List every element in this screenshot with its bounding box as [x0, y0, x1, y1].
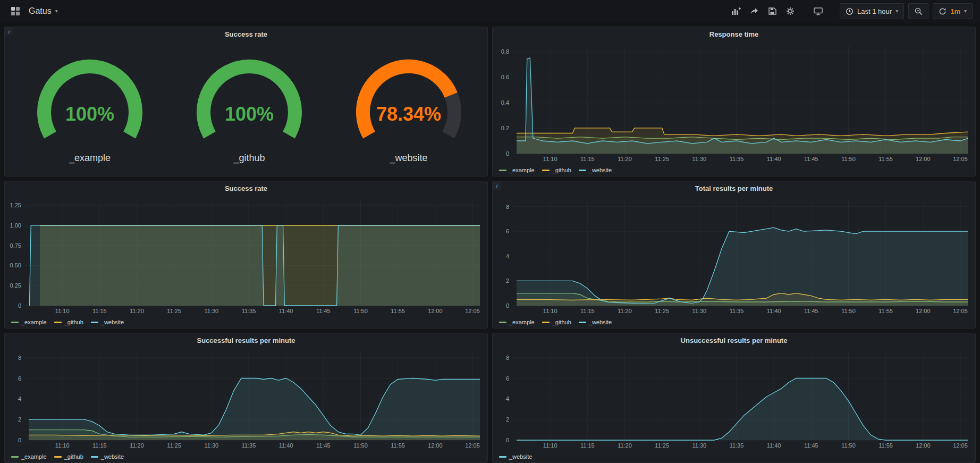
y-tick-label: 2	[18, 416, 21, 423]
refresh-interval-label: 1m	[950, 7, 960, 15]
y-tick-label: 6	[18, 375, 21, 382]
refresh-picker[interactable]: 1m ▾	[933, 3, 973, 19]
gauge-arc: 100%	[170, 55, 329, 151]
y-tick-label: 4	[506, 253, 509, 259]
x-tick-label: 11:30	[204, 442, 218, 449]
chart-canvas[interactable]: 0246811:1011:1511:2011:2511:3011:3511:40…	[5, 348, 487, 451]
gear-icon[interactable]	[782, 3, 798, 19]
panel-info-icon[interactable]: i	[5, 27, 13, 36]
x-tick-label: 11:50	[353, 308, 368, 314]
legend-item-website[interactable]: _website	[579, 167, 612, 173]
time-range-label: Last 1 hour	[857, 7, 892, 15]
legend-swatch	[11, 456, 19, 458]
chart-canvas[interactable]: 0246811:1011:1511:2011:2511:3011:3511:40…	[493, 348, 975, 451]
unsuccessful-results-chart[interactable]: 0246811:1011:1511:2011:2511:3011:3511:40…	[493, 348, 975, 451]
gauge-example: 100% _example	[10, 55, 170, 164]
x-tick-label: 11:35	[730, 308, 744, 314]
gauge-website: 78.34% _website	[329, 55, 488, 164]
response-time-chart[interactable]: 00.20.40.60.811:1011:1511:2011:2511:3011…	[493, 42, 975, 164]
panel-title[interactable]: Total results per minute	[493, 181, 975, 196]
legend-label: _github	[64, 319, 83, 325]
panel-title[interactable]: Response time	[493, 27, 975, 42]
legend-swatch	[542, 170, 550, 171]
legend-item-website[interactable]: _website	[91, 453, 124, 460]
panel-title[interactable]: Successful results per minute	[5, 333, 487, 348]
legend-label: _website	[589, 167, 612, 173]
x-tick-label: 11:40	[279, 442, 293, 449]
legend-item-example[interactable]: _example	[11, 453, 47, 460]
save-icon[interactable]	[764, 3, 780, 19]
share-icon[interactable]	[746, 3, 762, 19]
tv-mode-icon[interactable]	[810, 3, 826, 19]
total-results-chart[interactable]: 0246811:1011:1511:2011:2511:3011:3511:40…	[493, 196, 975, 316]
x-tick-label: 11:50	[841, 308, 856, 314]
legend-label: _website	[509, 453, 532, 460]
x-tick-label: 11:45	[316, 308, 331, 314]
zoom-out-button[interactable]	[908, 3, 928, 19]
legend-swatch	[54, 456, 62, 458]
legend-item-github[interactable]: _github	[54, 319, 83, 325]
successful-results-chart[interactable]: 0246811:1011:1511:2011:2511:3011:3511:40…	[5, 348, 487, 451]
x-tick-label: 11:25	[655, 308, 669, 314]
clock-icon	[846, 7, 854, 15]
legend-item-website[interactable]: _website	[499, 453, 532, 460]
success-rate-chart[interactable]: 00.250.500.751.001.2511:1011:1511:2011:2…	[5, 196, 487, 316]
legend-swatch	[499, 322, 506, 323]
caret-down-icon: ▾	[964, 9, 967, 14]
panel-title[interactable]: Success rate	[5, 27, 487, 42]
x-tick-label: 11:50	[841, 442, 856, 449]
x-tick-label: 11:30	[692, 442, 706, 449]
x-tick-label: 11:10	[55, 308, 70, 314]
y-tick-label: 0	[506, 302, 509, 309]
legend-item-example[interactable]: _example	[499, 167, 535, 173]
y-tick-label: 0	[18, 302, 21, 309]
chart-legend: _example_github_website	[493, 164, 975, 176]
add-panel-icon[interactable]	[728, 3, 744, 19]
y-tick-label: 2	[506, 416, 509, 423]
chart-canvas[interactable]: 0246811:1011:1511:2011:2511:3011:3511:40…	[493, 196, 975, 316]
gauge-svg: 100%	[10, 55, 170, 149]
gauge-arc: 78.34%	[329, 55, 488, 151]
legend-label: _example	[21, 319, 47, 325]
panel-info-icon[interactable]: i	[493, 181, 501, 190]
y-tick-label: 8	[18, 355, 21, 361]
legend-label: _website	[589, 319, 612, 325]
x-tick-label: 11:10	[55, 442, 70, 449]
y-tick-label: 1.00	[10, 222, 21, 229]
dashboard-title-text: Gatus	[29, 6, 52, 16]
time-range-picker[interactable]: Last 1 hour ▾	[840, 3, 904, 19]
x-tick-label: 12:05	[953, 442, 968, 449]
legend-item-github[interactable]: _github	[542, 319, 571, 325]
panel-title[interactable]: Success rate	[5, 181, 487, 196]
chart-canvas[interactable]: 00.250.500.751.001.2511:1011:1511:2011:2…	[5, 196, 487, 316]
y-tick-label: 0.2	[501, 125, 509, 131]
legend-swatch	[11, 322, 19, 323]
panel-title[interactable]: Unsuccessful results per minute	[493, 333, 975, 348]
gauge-value: 78.34%	[376, 103, 441, 125]
panel-total-results: i Total results per minute 0246811:1011:…	[492, 181, 976, 329]
legend-item-website[interactable]: _website	[579, 319, 612, 325]
gauge-arc: 100%	[10, 55, 170, 151]
series-fill-_website	[29, 225, 480, 306]
gauge-label: _website	[390, 153, 427, 164]
legend-swatch	[91, 322, 98, 323]
dashboard-title[interactable]: Gatus ▾	[29, 6, 58, 16]
y-tick-label: 1.25	[10, 202, 21, 208]
x-tick-label: 11:55	[878, 442, 893, 449]
legend-item-example[interactable]: _example	[499, 319, 535, 325]
dashboard-grid-icon[interactable]	[7, 3, 23, 19]
x-tick-label: 11:15	[580, 308, 595, 314]
legend-label: _github	[552, 167, 571, 173]
x-tick-label: 11:35	[730, 442, 744, 449]
legend-item-github[interactable]: _github	[54, 453, 83, 460]
legend-item-example[interactable]: _example	[11, 319, 47, 325]
chart-canvas[interactable]: 00.20.40.60.811:1011:1511:2011:2511:3011…	[493, 42, 975, 164]
legend-label: _github	[552, 319, 571, 325]
gauge-value: 100%	[65, 103, 114, 125]
x-tick-label: 11:35	[730, 156, 744, 162]
x-tick-label: 11:15	[580, 442, 595, 449]
legend-item-website[interactable]: _website	[91, 319, 124, 325]
x-tick-label: 11:20	[618, 308, 632, 314]
legend-item-github[interactable]: _github	[542, 167, 571, 173]
y-tick-label: 0	[18, 437, 21, 443]
